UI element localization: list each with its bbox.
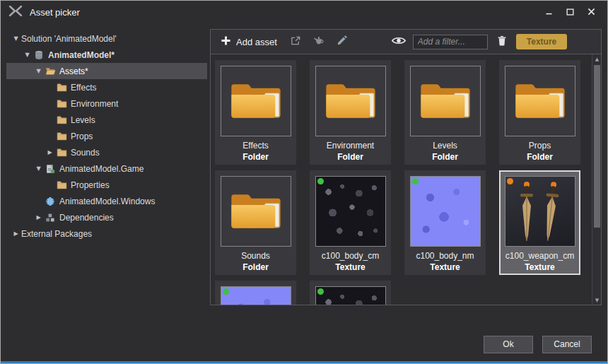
add-asset-button[interactable]: Add asset — [216, 33, 281, 50]
scroll-up-button[interactable]: ▲ — [592, 54, 601, 64]
tree-item-effects[interactable]: Effects — [6, 79, 207, 95]
folder-icon — [55, 131, 68, 141]
green-status-dot-icon — [317, 178, 324, 184]
delete-filter-button[interactable] — [493, 33, 511, 51]
asset-tile-partial[interactable] — [310, 281, 391, 305]
green-status-dot-icon — [317, 288, 324, 295]
orange-status-dot-icon — [507, 178, 513, 184]
asset-name: c100_body_cm — [322, 251, 379, 261]
minimize-icon — [545, 7, 553, 18]
tree-item-props[interactable]: Props — [6, 128, 207, 144]
asset-name: Sounds — [241, 251, 270, 261]
asset-tile-environment[interactable]: EnvironmentFolder — [310, 60, 391, 165]
tree-item-label: Levels — [71, 115, 95, 125]
chevron-right-icon[interactable]: ▶ — [45, 150, 55, 155]
tree-item-label: Effects — [71, 83, 96, 93]
filter-input[interactable] — [413, 35, 488, 49]
asset-thumbnail — [221, 66, 291, 136]
teapot-icon — [312, 36, 325, 48]
asset-name: c100_body_nm — [416, 251, 474, 261]
asset-picker-window: Asset picker ▼Solution 'AnimatedModel'▼A… — [0, 0, 608, 364]
tree-item-label: Assets* — [59, 66, 88, 76]
close-button[interactable] — [580, 4, 602, 20]
asset-type: Texture — [335, 262, 365, 272]
asset-tile-effects[interactable]: EffectsFolder — [215, 60, 296, 165]
export-icon — [290, 35, 301, 48]
asset-type: Folder — [432, 152, 458, 162]
folder-icon — [55, 180, 68, 189]
scrollbar-thumb[interactable] — [594, 65, 600, 228]
green-status-dot-icon — [412, 178, 419, 184]
plus-icon — [221, 35, 231, 48]
asset-tile-partial[interactable] — [215, 281, 296, 305]
minimize-button[interactable] — [538, 4, 559, 20]
chevron-down-icon[interactable]: ▼ — [33, 69, 44, 74]
chevron-down-icon[interactable]: ▼ — [22, 52, 33, 58]
scroll-down-button[interactable]: ▼ — [592, 295, 601, 305]
tree-item-label: AnimatedModel.Game — [59, 164, 144, 174]
asset-thumbnail — [410, 176, 481, 247]
asset-type: Texture — [525, 262, 554, 272]
chevron-down-icon[interactable]: ▼ — [33, 166, 44, 172]
asset-toolbar: Add asset Texture — [211, 30, 601, 54]
tree-item-animatedmodel-windows[interactable]: AnimatedModel.Windows — [6, 193, 207, 209]
asset-tile-sounds[interactable]: SoundsFolder — [215, 170, 296, 275]
tree-item-sounds[interactable]: ▶Sounds — [6, 144, 207, 160]
tree-item-environment[interactable]: Environment — [6, 95, 207, 112]
asset-thumbnail — [410, 66, 481, 136]
folder-icon — [55, 99, 68, 108]
tree-item-levels[interactable]: Levels — [6, 112, 207, 128]
edit-button[interactable] — [333, 33, 351, 51]
maximize-icon — [566, 7, 574, 18]
window-controls — [538, 4, 602, 20]
asset-tile-c100-body-cm[interactable]: c100_body_cmTexture — [310, 170, 391, 275]
asset-name: Environment — [327, 141, 374, 151]
tree-item-label: Properties — [71, 180, 110, 190]
maximize-button[interactable] — [559, 4, 580, 20]
tree-item-solution-animatedmodel[interactable]: ▼Solution 'AnimatedModel' — [6, 30, 207, 47]
tree-item-dependencies[interactable]: ▶Dependencies — [6, 209, 207, 225]
asset-thumbnail — [221, 286, 291, 305]
asset-tile-levels[interactable]: LevelsFolder — [404, 60, 486, 165]
close-icon — [587, 7, 595, 18]
ok-button[interactable]: Ok — [484, 336, 533, 353]
asset-type: Texture — [430, 262, 460, 272]
tree-item-assets[interactable]: ▼Assets* — [6, 63, 207, 79]
tree-item-animatedmodel[interactable]: ▼AnimatedModel* — [6, 47, 207, 63]
tree-item-label: Environment — [71, 99, 118, 109]
chevron-right-icon[interactable]: ▶ — [33, 215, 44, 221]
texture-filter-tag[interactable]: Texture — [516, 34, 567, 49]
asset-tile-c100-weapon-cm[interactable]: c100_weapon_cmTexture — [499, 170, 580, 275]
tree-item-label: Sounds — [71, 148, 100, 158]
tree-item-external-packages[interactable]: ▶External Packages — [6, 225, 207, 242]
asset-tile-props[interactable]: PropsFolder — [499, 60, 580, 165]
asset-name: Props — [529, 141, 551, 151]
pencil-icon — [337, 35, 347, 48]
asset-name: c100_weapon_cm — [505, 251, 574, 261]
preview-button[interactable] — [390, 33, 408, 51]
asset-tile-c100-body-nm[interactable]: c100_body_nmTexture — [404, 170, 486, 275]
asset-thumbnail — [315, 286, 386, 305]
trash-icon — [497, 35, 507, 48]
folder-icon — [55, 83, 68, 92]
tree-item-properties[interactable]: Properties — [6, 177, 207, 193]
export-button[interactable] — [286, 33, 305, 51]
tree-item-animatedmodel-game[interactable]: ▼AnimatedModel.Game — [6, 160, 207, 177]
derive-asset-button[interactable] — [310, 33, 328, 51]
asset-type: Folder — [337, 152, 363, 162]
vertical-scrollbar[interactable]: ▲ ▼ — [592, 54, 601, 305]
dependencies-icon — [44, 213, 57, 223]
cancel-button[interactable]: Cancel — [542, 336, 592, 353]
window-title: Asset picker — [30, 7, 80, 18]
chevron-down-icon[interactable]: ▼ — [11, 36, 21, 42]
chevron-right-icon[interactable]: ▶ — [11, 231, 21, 237]
package-icon — [33, 50, 45, 60]
green-status-dot-icon — [223, 288, 229, 295]
asset-thumbnail — [221, 176, 291, 247]
asset-thumbnail — [315, 176, 386, 247]
asset-thumbnail — [505, 66, 575, 136]
dialog-footer: Ok Cancel — [1, 329, 607, 363]
tree-item-label: Props — [71, 131, 93, 141]
dialog-body: ▼Solution 'AnimatedModel'▼AnimatedModel*… — [1, 23, 607, 329]
tree-item-label: AnimatedModel.Windows — [59, 196, 155, 206]
